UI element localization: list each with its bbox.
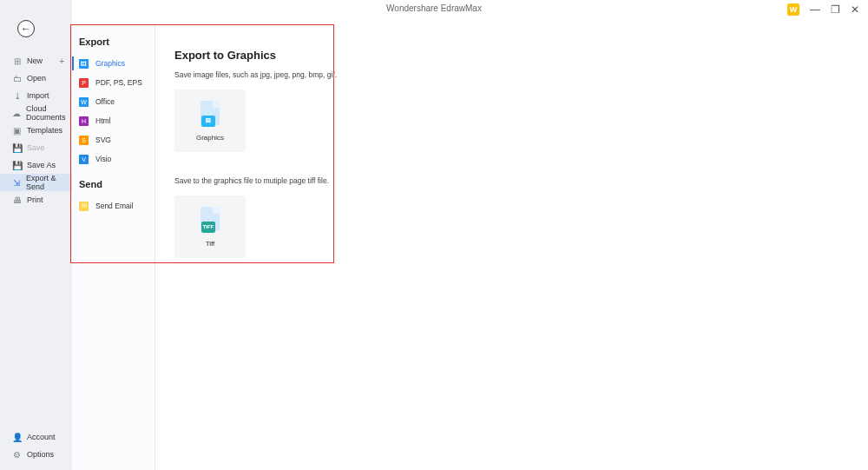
export-card-tiff[interactable]: TIFF Tiff bbox=[174, 195, 246, 258]
app-title: Wondershare EdrawMax bbox=[386, 3, 482, 13]
cloud-icon: ☁ bbox=[12, 109, 21, 118]
export-item-sendemail[interactable]: ✉ Send Email bbox=[72, 196, 155, 215]
export-item-office[interactable]: W Office bbox=[72, 92, 155, 111]
send-section-title: Send bbox=[72, 175, 155, 193]
svg-icon: S bbox=[79, 136, 89, 145]
tiff-file-icon: TIFF bbox=[198, 207, 222, 235]
export-item-svg[interactable]: S SVG bbox=[72, 130, 155, 149]
content-desc-1: Save image files, such as jpg, jpeg, png… bbox=[174, 70, 849, 79]
visio-icon: V bbox=[79, 155, 89, 164]
sidebar-item-cloud[interactable]: ☁ Cloud Documents bbox=[0, 104, 72, 122]
file-sidebar: ⊞ New + 🗀 Open ⤓ Import ☁ Cloud Document… bbox=[0, 0, 72, 470]
export-card-label: Tiff bbox=[206, 240, 215, 248]
sidebar-item-label: Open bbox=[27, 74, 46, 83]
export-icon: ⇲ bbox=[12, 178, 21, 188]
export-item-visio[interactable]: V Visio bbox=[72, 149, 155, 169]
minimize-button[interactable]: — bbox=[810, 3, 820, 16]
export-item-pdf[interactable]: P PDF, PS, EPS bbox=[72, 73, 155, 92]
print-icon: 🖶 bbox=[12, 195, 22, 205]
sidebar-item-label: Templates bbox=[27, 126, 62, 135]
sidebar-item-templates[interactable]: ▣ Templates bbox=[0, 122, 72, 139]
export-item-label: Graphics bbox=[95, 59, 125, 68]
sidebar-item-label: Print bbox=[27, 195, 43, 204]
export-item-label: Visio bbox=[95, 155, 111, 163]
save-icon: 💾 bbox=[12, 143, 22, 153]
sidebar-item-new[interactable]: ⊞ New + bbox=[0, 52, 72, 70]
export-item-label: Office bbox=[95, 97, 115, 106]
export-item-label: PDF, PS, EPS bbox=[95, 78, 142, 87]
export-card-graphics[interactable]: 🖼 Graphics bbox=[174, 89, 246, 152]
sidebar-item-label: Import bbox=[27, 91, 49, 100]
options-icon: ⚙ bbox=[12, 450, 22, 460]
sidebar-item-print[interactable]: 🖶 Print bbox=[0, 191, 72, 209]
export-item-label: Send Email bbox=[95, 202, 133, 210]
templates-icon: ▣ bbox=[12, 126, 22, 136]
content-desc-2: Save to the graphics file to mutiple pag… bbox=[174, 176, 849, 185]
graphics-file-icon: 🖼 bbox=[198, 101, 222, 129]
export-section-title: Export bbox=[72, 33, 155, 50]
sidebar-item-label: Save bbox=[27, 143, 45, 152]
graphics-icon: 🖼 bbox=[79, 59, 89, 69]
import-icon: ⤓ bbox=[12, 91, 22, 101]
sidebar-item-label: Account bbox=[27, 433, 56, 441]
maximize-button[interactable]: ❐ bbox=[831, 3, 840, 16]
sidebar-item-export[interactable]: ⇲ Export & Send bbox=[0, 174, 72, 191]
plus-square-icon: ⊞ bbox=[12, 56, 22, 66]
export-item-label: SVG bbox=[95, 136, 111, 144]
brand-logo-icon: W bbox=[787, 3, 799, 16]
sidebar-item-saveas[interactable]: 💾 Save As bbox=[0, 156, 72, 174]
sidebar-item-save: 💾 Save bbox=[0, 139, 72, 156]
office-icon: W bbox=[79, 97, 89, 107]
export-panel: Export 🖼 Graphics P PDF, PS, EPS W Offic… bbox=[72, 24, 155, 470]
export-item-graphics[interactable]: 🖼 Graphics bbox=[72, 54, 155, 73]
sidebar-item-open[interactable]: 🗀 Open bbox=[0, 70, 72, 87]
sidebar-item-import[interactable]: ⤓ Import bbox=[0, 87, 72, 104]
plus-icon[interactable]: + bbox=[59, 56, 64, 66]
folder-icon: 🗀 bbox=[12, 74, 22, 83]
sidebar-item-label: Cloud Documents bbox=[26, 104, 72, 122]
html-icon: H bbox=[79, 116, 89, 126]
content-panel: Export to Graphics Save image files, suc… bbox=[155, 24, 868, 470]
content-title: Export to Graphics bbox=[174, 49, 849, 62]
pdf-icon: P bbox=[79, 78, 89, 88]
sidebar-item-options[interactable]: ⚙ Options bbox=[0, 446, 72, 463]
export-card-label: Graphics bbox=[196, 134, 224, 142]
export-item-label: Html bbox=[95, 116, 110, 125]
sidebar-item-label: Options bbox=[27, 450, 54, 459]
email-icon: ✉ bbox=[79, 202, 89, 211]
close-button[interactable]: ✕ bbox=[851, 3, 859, 16]
back-button[interactable]: ← bbox=[17, 20, 35, 37]
saveas-icon: 💾 bbox=[12, 161, 22, 170]
sidebar-item-label: Save As bbox=[27, 161, 56, 169]
sidebar-item-label: Export & Send bbox=[26, 174, 72, 191]
sidebar-item-account[interactable]: 👤 Account bbox=[0, 428, 72, 446]
export-item-html[interactable]: H Html bbox=[72, 111, 155, 130]
sidebar-item-label: New bbox=[27, 56, 43, 65]
account-icon: 👤 bbox=[12, 433, 22, 442]
